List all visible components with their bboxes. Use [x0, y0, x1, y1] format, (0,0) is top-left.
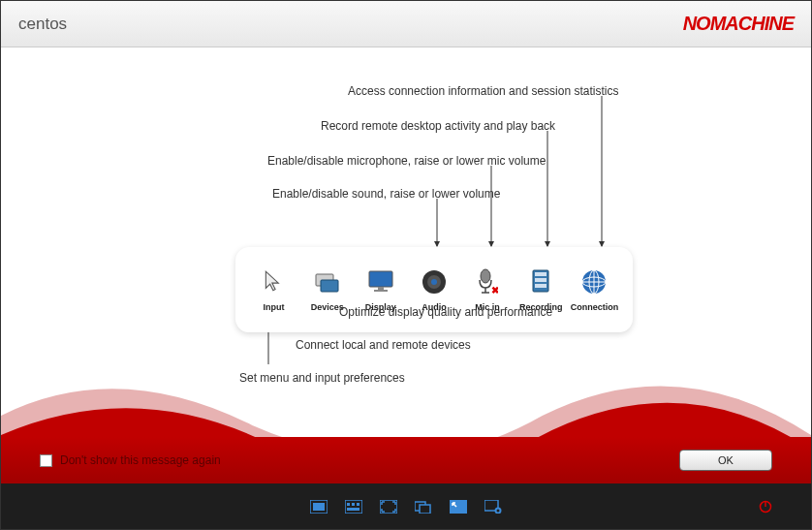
annotation-connection: Access connection information and sessio…: [348, 84, 618, 98]
annotation-input: Set menu and input preferences: [239, 371, 405, 385]
annotation-audio: Enable/disable sound, raise or lower vol…: [272, 187, 500, 201]
devices-icon: [313, 267, 342, 296]
tool-label: Input: [264, 302, 285, 312]
taskbar-fullscreen-icon[interactable]: [380, 500, 397, 514]
svg-rect-3: [378, 287, 384, 290]
microphone-icon: ✖: [473, 267, 502, 296]
svg-rect-22: [313, 503, 325, 511]
app-window: centos NOMACHINE Access connection infor…: [0, 0, 812, 530]
globe-icon: [579, 267, 609, 296]
taskbar: [1, 483, 811, 530]
annotation-recording: Record remote desktop activity and play …: [321, 119, 555, 133]
svg-rect-23: [345, 500, 362, 514]
titlebar: centos NOMACHINE: [1, 1, 811, 47]
taskbar-fit-icon[interactable]: [450, 500, 467, 514]
tool-label: Connection: [571, 302, 619, 312]
power-icon[interactable]: [759, 500, 772, 514]
svg-rect-1: [321, 280, 338, 292]
taskbar-settings-icon[interactable]: [484, 500, 502, 514]
annotation-display: Optimize display quality and performance: [339, 305, 552, 319]
svg-point-7: [431, 279, 437, 285]
svg-rect-24: [347, 503, 350, 506]
speaker-icon: [420, 267, 449, 296]
toolbar-panel: Input Devices Display Audio: [235, 247, 633, 332]
tool-input[interactable]: Input: [250, 267, 298, 312]
svg-rect-13: [535, 272, 547, 276]
brand-logo: NOMACHINE: [683, 13, 794, 35]
svg-point-8: [481, 269, 490, 283]
svg-rect-2: [369, 271, 392, 287]
svg-rect-30: [420, 505, 430, 514]
svg-rect-4: [374, 290, 388, 292]
window-title: centos: [18, 15, 67, 34]
monitor-icon: [366, 267, 395, 296]
annotation-micin: Enable/disable microphone, raise or lowe…: [267, 154, 546, 168]
cursor-icon: [260, 267, 289, 296]
svg-rect-31: [450, 500, 467, 514]
svg-text:✖: ✖: [491, 285, 498, 296]
recording-icon: [526, 267, 555, 296]
svg-rect-27: [347, 508, 359, 511]
content-area: Access connection information and sessio…: [1, 47, 811, 483]
taskbar-windows-icon[interactable]: [415, 500, 432, 514]
taskbar-keyboard-icon[interactable]: [345, 500, 362, 514]
taskbar-screen-icon[interactable]: [310, 500, 328, 514]
svg-rect-25: [352, 503, 355, 506]
annotation-devices: Connect local and remote devices: [296, 338, 471, 352]
svg-rect-14: [535, 278, 547, 282]
svg-rect-26: [357, 503, 359, 506]
svg-rect-15: [535, 284, 547, 288]
svg-point-34: [497, 510, 500, 513]
tool-connection[interactable]: Connection: [570, 267, 618, 312]
